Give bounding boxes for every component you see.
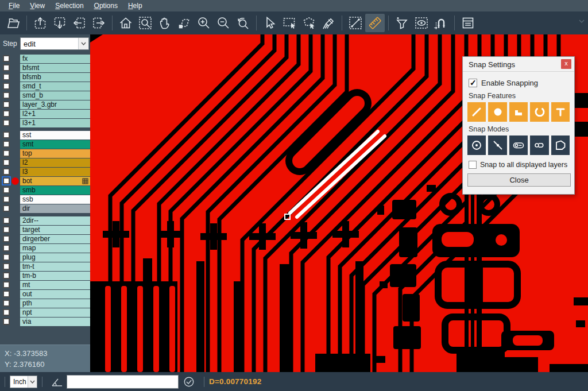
layer-visibility-checkbox[interactable] [3, 141, 10, 148]
layer-visibility-checkbox[interactable] [3, 291, 10, 297]
layer-visibility-checkbox[interactable] [3, 254, 10, 261]
layer-row[interactable]: smd_b [0, 91, 90, 100]
layer-name[interactable]: l3+1 [20, 119, 90, 127]
layer-name[interactable]: sst [20, 131, 90, 140]
zoom-in-button[interactable] [194, 14, 214, 32]
units-select[interactable]: Inch [10, 375, 37, 388]
layer-row[interactable]: tm-t [0, 262, 90, 271]
layer-name[interactable]: 2dir-- [20, 216, 90, 225]
layer-row[interactable]: smd_t [0, 82, 90, 91]
layer-name[interactable]: tm-t [20, 262, 90, 271]
zoom-area-button[interactable] [136, 14, 155, 32]
nudge-up-button[interactable] [30, 14, 50, 32]
layer-name[interactable]: target [20, 226, 90, 234]
layer-row[interactable]: via [0, 317, 90, 326]
menu-selection[interactable]: Selection [50, 1, 88, 11]
layer-visibility-checkbox[interactable] [3, 226, 10, 233]
layer-row[interactable]: smt [0, 140, 90, 149]
layer-row[interactable]: sst [0, 130, 90, 140]
apply-check-icon[interactable] [183, 376, 195, 388]
filter-button[interactable] [392, 14, 412, 32]
layer-visibility-checkbox[interactable] [3, 73, 10, 80]
dialog-close-button[interactable]: x [561, 59, 571, 69]
layer-visibility-checkbox[interactable] [3, 55, 10, 62]
layer-visibility-checkbox[interactable] [3, 300, 10, 307]
layer-visibility-checkbox[interactable] [3, 309, 10, 316]
layer-grid-icon[interactable] [82, 178, 88, 185]
snap-mode-pad-with-hole-button[interactable] [509, 136, 528, 155]
layer-row[interactable]: ssb [0, 195, 90, 204]
snap-feature-arc-button[interactable] [530, 102, 548, 122]
layer-name[interactable]: out [20, 290, 90, 299]
layer-visibility-checkbox[interactable] [3, 92, 10, 99]
layer-name[interactable]: smt [20, 140, 90, 149]
layer-row[interactable]: out [0, 289, 90, 299]
dialog-titlebar[interactable]: Snap Settings x [463, 57, 574, 72]
layer-visibility-checkbox[interactable] [3, 168, 10, 175]
snap-mode-contour-button[interactable] [551, 136, 570, 155]
layer-name[interactable]: bfsmb [20, 73, 90, 82]
layer-row[interactable]: l3+1 [0, 118, 90, 127]
layer-visibility-checkbox[interactable] [3, 196, 10, 203]
measure-input[interactable] [67, 375, 179, 389]
view-region-button[interactable] [412, 14, 431, 32]
layer-name[interactable]: smd_t [20, 82, 90, 91]
layer-visibility-checkbox[interactable] [3, 64, 10, 71]
measure-line-button[interactable] [346, 14, 365, 32]
layer-visibility-checkbox[interactable] [3, 119, 10, 126]
layer-name[interactable]: l3 [20, 168, 90, 176]
layer-row[interactable]: bfsmt [0, 63, 90, 72]
layer-visibility-checkbox[interactable] [3, 83, 10, 90]
step-select[interactable]: edit [20, 37, 89, 50]
layer-row[interactable]: target [0, 225, 90, 234]
menu-help[interactable]: Help [123, 1, 148, 11]
nudge-left-button[interactable] [69, 14, 89, 32]
layer-row[interactable]: layer_3.gbr [0, 100, 90, 109]
select-pointer-button[interactable] [260, 14, 280, 32]
snap-mode-closest-point-button[interactable] [488, 136, 506, 155]
layer-row[interactable]: dir [0, 204, 90, 213]
zoom-home-button[interactable] [116, 14, 136, 32]
layer-row[interactable]: 2dir-- [0, 216, 90, 225]
layer-row[interactable]: npt [0, 308, 90, 317]
layer-name[interactable]: plug [20, 253, 90, 262]
layer-name[interactable]: bot [20, 177, 90, 185]
layer-name[interactable]: bfsmt [20, 64, 90, 72]
layer-visibility-checkbox[interactable] [3, 281, 10, 288]
ruler-button[interactable] [365, 14, 385, 32]
layer-row[interactable]: smb [0, 185, 90, 195]
layer-name[interactable]: npt [20, 308, 90, 317]
snap-feature-surface-button[interactable] [509, 102, 528, 122]
layer-row[interactable]: tm-b [0, 271, 90, 280]
layer-row[interactable]: mt [0, 280, 90, 289]
select-polygon-button[interactable] [299, 14, 319, 32]
menu-view[interactable]: View [25, 1, 50, 11]
paint-brush-button[interactable] [319, 14, 338, 32]
layer-visibility-checkbox[interactable] [3, 177, 10, 184]
layer-name[interactable]: via [20, 318, 90, 326]
layer-row[interactable]: bot [0, 176, 90, 185]
layer-row[interactable]: l3 [0, 167, 90, 176]
layer-row[interactable]: bfsmb [0, 72, 90, 82]
toolbar-overflow-chevron-icon[interactable] [579, 20, 585, 23]
menu-options[interactable]: Options [89, 1, 123, 11]
layer-name[interactable]: top [20, 149, 90, 158]
layer-name[interactable]: mt [20, 281, 90, 289]
layer-name[interactable]: smb [20, 186, 90, 195]
snap-mode-pad-open-button[interactable] [530, 136, 548, 155]
layer-row[interactable]: plug [0, 253, 90, 262]
snap-feature-line-button[interactable] [467, 102, 486, 122]
layers-panel-button[interactable] [458, 14, 478, 32]
layer-name[interactable]: l2 [20, 158, 90, 167]
snap-mode-center-button[interactable] [467, 136, 486, 155]
select-rectangle-button[interactable] [280, 14, 299, 32]
snap-settings-button[interactable] [431, 14, 451, 32]
angle-measure-icon[interactable] [51, 376, 63, 388]
snap-feature-circle-button[interactable] [488, 102, 506, 122]
layer-name[interactable]: dirgerber [20, 235, 90, 243]
zoom-out-button[interactable] [214, 14, 233, 32]
enable-snapping-checkbox[interactable] [469, 79, 477, 87]
layer-name[interactable]: ssb [20, 195, 90, 204]
layer-visibility-checkbox[interactable] [3, 110, 10, 117]
layer-row[interactable]: pth [0, 299, 90, 308]
